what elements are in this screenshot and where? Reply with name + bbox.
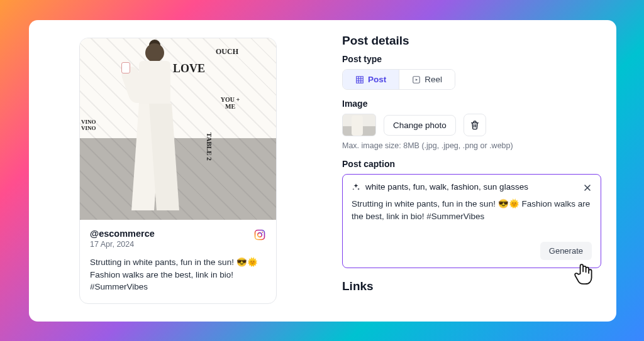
post-meta: @escommerce 17 Apr, 2024 Strutting in wh… [80,220,276,303]
mural-text: VINO VINO [81,119,109,131]
post-type-post[interactable]: Post [343,70,399,89]
svg-point-2 [262,232,263,233]
svg-point-1 [258,233,262,237]
details-column: Post details Post type Post Reel Image C… [327,20,616,322]
grid-icon [355,75,364,84]
change-photo-button[interactable]: Change photo [384,115,456,136]
generate-button[interactable]: Generate [540,242,592,260]
post-type-reel[interactable]: Reel [399,70,455,89]
post-preview-card: LOVE OUCH YOU + ME TABLE 2 VINO VINO @es… [79,38,277,304]
caption-editor[interactable]: white pants, fun, walk, fashion, sun gla… [342,174,601,268]
reel-icon [412,75,421,84]
preview-column: LOVE OUCH YOU + ME TABLE 2 VINO VINO @es… [29,20,327,322]
close-icon[interactable] [580,181,594,195]
mural-text: YOU + ME [219,96,241,110]
post-preview-image: LOVE OUCH YOU + ME TABLE 2 VINO VINO [80,38,276,220]
ai-keywords-row: white pants, fun, walk, fashion, sun gla… [352,182,592,192]
post-date: 17 Apr, 2024 [90,240,155,249]
caption-preview: Strutting in white pants, fun in the sun… [90,256,266,293]
svg-rect-0 [255,230,265,240]
caption-text[interactable]: Strutting in white pants, fun in the sun… [352,198,592,222]
image-thumbnail[interactable] [342,114,376,136]
editor-panel: LOVE OUCH YOU + ME TABLE 2 VINO VINO @es… [29,20,616,322]
instagram-icon [253,229,266,241]
image-hint: Max. image size: 8MB (.jpg, .jpeg, .png … [342,141,601,150]
trash-icon [470,120,480,130]
subject-illustration [116,43,192,220]
account-handle: @escommerce [90,229,155,239]
caption-label: Post caption [342,159,601,169]
post-type-label: Post type [342,54,601,64]
section-title: Post details [342,34,601,48]
sparkle-icon [352,183,360,192]
post-type-segmented: Post Reel [342,69,455,90]
image-label: Image [342,99,601,109]
ai-keywords: white pants, fun, walk, fashion, sun gla… [365,182,528,192]
links-title: Links [342,279,601,293]
mural-text: TABLE 2 [206,133,213,161]
mural-text: OUCH [216,47,238,57]
delete-photo-button[interactable] [464,114,486,136]
